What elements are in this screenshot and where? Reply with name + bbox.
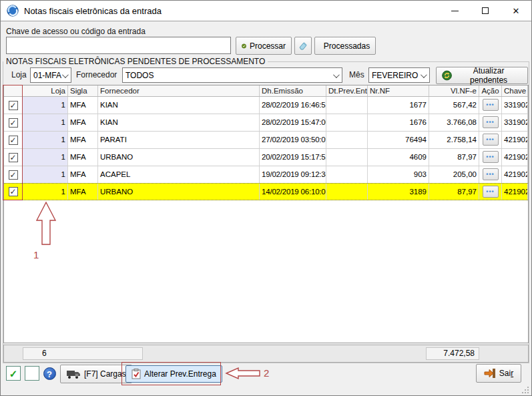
cell-chave[interactable]: 331902	[502, 114, 528, 131]
cell-nr-nf[interactable]: 3189	[368, 184, 429, 200]
table-row[interactable]: ✓1MFAURBANO14/02/2019 06:10:00318987,97•…	[4, 183, 528, 200]
uncheck-all-button[interactable]	[25, 366, 39, 381]
minimize-button[interactable]	[439, 1, 470, 21]
atualizar-pendentes-button[interactable]: Atualizar pendentes	[436, 67, 528, 84]
cell-sigla[interactable]: MFA	[68, 114, 98, 131]
cell-fornecedor[interactable]: ACAPEL	[98, 166, 260, 183]
cell-vl-nfe[interactable]: 3.766,08	[429, 114, 479, 131]
header-dh-emissao[interactable]: Dh.Emissão	[260, 85, 326, 96]
cell-nr-nf[interactable]: 76494	[368, 132, 429, 148]
cell-dh-emissao[interactable]: 28/02/2019 16:46:52	[260, 97, 326, 114]
row-action-button[interactable]: •••	[483, 186, 499, 198]
cell-vl-nfe[interactable]: 2.758,14	[429, 132, 479, 148]
table-row[interactable]: ✓1MFAPARATI27/02/2019 03:50:09764942.758…	[4, 132, 528, 149]
cell-sigla[interactable]: MFA	[68, 97, 98, 114]
table-row[interactable]: ✓1MFAACAPEL19/02/2019 09:12:34903205,00•…	[4, 166, 528, 184]
cell-sigla[interactable]: MFA	[68, 184, 98, 200]
cell-dh-emissao[interactable]: 19/02/2019 09:12:34	[260, 166, 326, 183]
check-all-button[interactable]: ✓	[6, 366, 21, 381]
chevron-down-icon	[333, 71, 340, 78]
cell-loja[interactable]: 1	[23, 132, 68, 148]
row-checkbox[interactable]: ✓	[9, 118, 18, 128]
cell-sigla[interactable]: MFA	[68, 166, 98, 183]
cell-nr-nf[interactable]: 4609	[368, 149, 429, 166]
resize-grip[interactable]	[522, 386, 529, 393]
alterar-prev-entrega-button[interactable]: Alterar Prev.Entrega	[125, 365, 222, 383]
cell-dt-prev-entrega[interactable]	[326, 132, 368, 148]
cell-loja[interactable]: 1	[23, 97, 68, 114]
cell-dh-emissao[interactable]: 28/02/2019 15:47:00	[260, 114, 326, 131]
title-bar: Notas fiscais eletrônicas da entrada ✕	[1, 1, 531, 21]
table-row[interactable]: ✓1MFAKIAN28/02/2019 15:47:0016763.766,08…	[4, 114, 528, 132]
header-sigla[interactable]: Sigla	[68, 85, 98, 96]
header-vl-nfe[interactable]: Vl.NF-e	[429, 85, 479, 96]
row-checkbox[interactable]: ✓	[9, 153, 18, 162]
header-chave[interactable]: Chave	[502, 85, 528, 96]
cargas-button[interactable]: [F7] Cargas	[60, 365, 132, 383]
cell-fornecedor[interactable]: PARATI	[98, 132, 260, 148]
cell-vl-nfe[interactable]: 567,42	[429, 97, 479, 114]
annotation-label-2: 2	[264, 367, 269, 379]
cell-sigla[interactable]: MFA	[68, 149, 98, 166]
cell-dh-emissao[interactable]: 27/02/2019 03:50:09	[260, 132, 326, 148]
fornecedor-select[interactable]: TODOS	[122, 67, 342, 83]
header-fornecedor[interactable]: Fornecedor	[98, 85, 260, 96]
table-row[interactable]: ✓1MFAURBANO20/02/2019 15:17:52460987,97•…	[4, 149, 528, 166]
cell-dt-prev-entrega[interactable]	[326, 166, 368, 183]
cell-dh-emissao[interactable]: 20/02/2019 15:17:52	[260, 149, 326, 166]
header-nr-nf[interactable]: Nr.NF	[368, 85, 429, 96]
help-button[interactable]: ?	[41, 365, 57, 381]
cell-loja[interactable]: 1	[23, 184, 68, 200]
cell-nr-nf[interactable]: 1676	[368, 114, 429, 131]
processadas-button[interactable]: Processadas	[314, 37, 376, 55]
row-checkbox[interactable]: ✓	[9, 101, 18, 110]
maximize-button[interactable]	[470, 1, 501, 21]
row-checkbox[interactable]: ✓	[9, 136, 18, 145]
cell-dt-prev-entrega[interactable]	[326, 114, 368, 131]
access-key-input[interactable]	[6, 37, 231, 54]
cell-chave[interactable]: 421902	[502, 149, 528, 166]
cell-fornecedor[interactable]: KIAN	[98, 114, 260, 131]
cell-dh-emissao[interactable]: 14/02/2019 06:10:00	[260, 184, 326, 200]
header-checkbox[interactable]	[4, 85, 23, 96]
cell-chave[interactable]: 421902	[502, 184, 528, 200]
clipboard-check-icon	[131, 369, 141, 379]
header-dt-prev-entrega[interactable]: Dt.Prev.Entrega	[326, 85, 368, 96]
mes-select[interactable]: FEVEREIRO	[368, 67, 430, 83]
row-action-button[interactable]: •••	[483, 99, 499, 111]
loja-select[interactable]: 01-MFA	[30, 67, 71, 83]
cell-loja[interactable]: 1	[23, 114, 68, 131]
cell-fornecedor[interactable]: URBANO	[98, 184, 260, 200]
header-acao[interactable]: Ação	[479, 85, 502, 96]
cell-dt-prev-entrega[interactable]	[326, 184, 368, 200]
cell-chave[interactable]: 421902	[502, 166, 528, 183]
row-checkbox[interactable]: ✓	[9, 187, 18, 196]
cell-nr-nf[interactable]: 903	[368, 166, 429, 183]
cell-acao: •••	[479, 184, 502, 200]
cell-vl-nfe[interactable]: 205,00	[429, 166, 479, 183]
cell-loja[interactable]: 1	[23, 166, 68, 183]
close-button[interactable]: ✕	[501, 1, 531, 21]
cell-dt-prev-entrega[interactable]	[326, 149, 368, 166]
row-checkbox[interactable]: ✓	[9, 170, 18, 180]
row-action-button[interactable]: •••	[483, 151, 499, 163]
minimize-icon	[451, 11, 459, 11]
cell-nr-nf[interactable]: 1677	[368, 97, 429, 114]
row-action-button[interactable]: •••	[483, 134, 499, 146]
processar-button[interactable]: Processar	[236, 37, 292, 55]
row-action-button[interactable]: •••	[483, 168, 499, 180]
clear-button[interactable]	[294, 37, 312, 55]
cell-vl-nfe[interactable]: 87,97	[429, 184, 479, 200]
sair-button[interactable]: Sair	[476, 364, 521, 383]
row-action-button[interactable]: •••	[483, 116, 499, 128]
cell-fornecedor[interactable]: URBANO	[98, 149, 260, 166]
cell-chave[interactable]: 331902	[502, 97, 528, 114]
cell-dt-prev-entrega[interactable]	[326, 97, 368, 114]
header-loja[interactable]: Loja	[23, 85, 68, 96]
cell-sigla[interactable]: MFA	[68, 132, 98, 148]
cell-vl-nfe[interactable]: 87,97	[429, 149, 479, 166]
cell-chave[interactable]: 421902	[502, 132, 528, 148]
cell-loja[interactable]: 1	[23, 149, 68, 166]
cell-fornecedor[interactable]: KIAN	[98, 97, 260, 114]
table-row[interactable]: ✓1MFAKIAN28/02/2019 16:46:521677567,42••…	[4, 97, 528, 114]
